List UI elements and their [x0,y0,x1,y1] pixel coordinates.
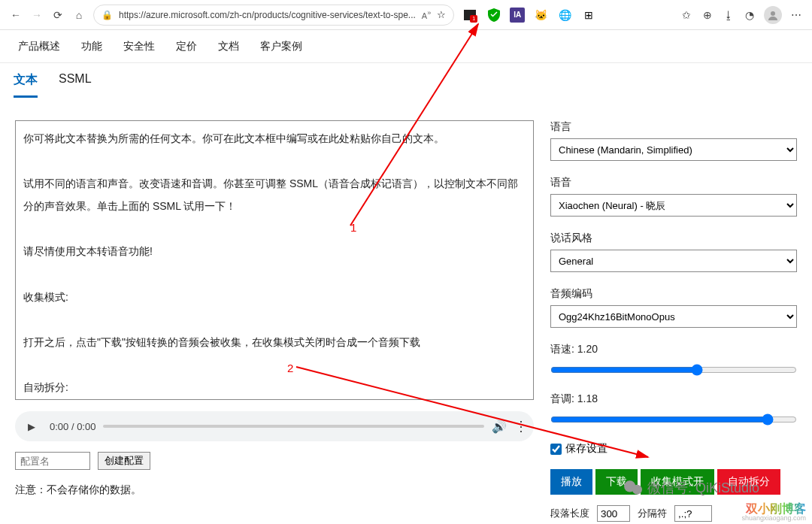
nav-cases[interactable]: 客户案例 [260,40,302,53]
downloads-icon[interactable]: ⭳ [722,8,735,22]
left-panel: ▶ 0:00 / 0:00 🔊 ⋮ 创建配置 注意：不会存储你的数据。 [15,120,534,522]
note-text: 注意：不会存储你的数据。 [15,483,534,497]
notifications-icon[interactable]: ◔ [743,8,756,22]
style-select[interactable]: General [550,250,797,272]
annotation-2: 2 [287,362,293,374]
blog-watermark: 双小刚博客 shuangxiaogang.com [741,502,806,522]
browser-toolbar: ← → ⟳ ⌂ 🔒 https://azure.microsoft.com/zh… [0,0,812,30]
pitch-label: 音调: 1.18 [550,392,797,406]
extension-globe-icon[interactable]: 🌐 [556,7,573,23]
extension-shield-icon[interactable] [486,7,502,23]
voice-label: 语音 [550,176,797,189]
voice-select[interactable]: Xiaochen (Neural) - 晓辰 [550,194,797,217]
page-nav: 产品概述 功能 安全性 定价 文档 客户案例 [0,30,812,63]
play-button[interactable]: 播放 [550,469,592,495]
back-icon[interactable]: ← [9,8,23,22]
nav-overview[interactable]: 产品概述 [18,40,60,53]
tab-text[interactable]: 文本 [14,72,38,98]
home-icon[interactable]: ⌂ [72,8,86,22]
tts-text-input[interactable] [15,120,534,400]
wechat-watermark: 微信号: QiKiStudio [623,478,759,498]
nav-security[interactable]: 安全性 [123,40,155,53]
audio-progress[interactable] [103,425,484,428]
speed-slider[interactable] [550,364,797,376]
save-settings-label: 保存设置 [565,442,607,456]
extension-cat-icon[interactable]: 🐱 [532,7,549,23]
para-length-label: 段落长度 [550,507,589,520]
audio-player[interactable]: ▶ 0:00 / 0:00 🔊 ⋮ [15,411,534,441]
svg-point-0 [771,11,775,16]
separator-label: 分隔符 [638,507,667,520]
encoding-select[interactable]: Ogg24Khz16BitMonoOpus [550,305,797,328]
extensions-icon[interactable]: ⊞ [580,7,597,23]
pitch-slider[interactable] [550,413,797,426]
nav-docs[interactable]: 文档 [218,40,239,53]
url-bar[interactable]: 🔒 https://azure.microsoft.com/zh-cn/prod… [93,5,454,26]
reader-icon[interactable]: A» [422,9,431,20]
audio-menu-icon[interactable]: ⋮ [514,418,528,435]
svg-point-4 [632,485,642,495]
extension-ia-icon[interactable]: IA [510,8,525,23]
language-label: 语言 [550,120,797,134]
menu-icon[interactable]: ⋯ [789,8,803,22]
language-select[interactable]: Chinese (Mandarin, Simplified) [550,138,797,161]
volume-icon[interactable]: 🔊 [492,420,507,434]
para-length-input[interactable] [597,505,630,522]
annotation-1: 1 [350,221,356,234]
profile-icon[interactable] [764,6,782,24]
config-name-input[interactable] [15,452,90,470]
style-label: 说话风格 [550,232,797,245]
save-settings-row[interactable]: 保存设置 [550,442,797,456]
create-config-button[interactable]: 创建配置 [98,452,150,470]
audio-time: 0:00 / 0:00 [50,421,95,432]
refresh-icon[interactable]: ⟳ [51,8,65,22]
right-panel: 语言 Chinese (Mandarin, Simplified) 语音 Xia… [550,120,797,522]
url-text: https://azure.microsoft.com/zh-cn/produc… [119,10,416,20]
nav-features[interactable]: 功能 [81,40,102,53]
extension-collect-icon[interactable]: 1 [462,7,478,23]
encoding-label: 音频编码 [550,287,797,301]
nav-pricing[interactable]: 定价 [176,40,197,53]
config-row: 创建配置 [15,452,534,470]
favorites-icon[interactable]: ✩ [680,8,693,22]
main-content: ▶ 0:00 / 0:00 🔊 ⋮ 创建配置 注意：不会存储你的数据。 语言 C… [0,98,812,522]
separator-input[interactable] [674,505,712,522]
play-icon[interactable]: ▶ [21,416,42,437]
tab-ssml[interactable]: SSML [59,72,92,98]
favorite-icon[interactable]: ☆ [437,9,446,20]
speed-label: 语速: 1.20 [550,343,797,356]
lock-icon: 🔒 [102,10,113,20]
forward-icon[interactable]: → [30,8,44,22]
collections-icon[interactable]: ⊕ [701,8,714,22]
tts-tabs: 文本 SSML [0,63,812,98]
save-settings-checkbox[interactable] [550,444,562,455]
